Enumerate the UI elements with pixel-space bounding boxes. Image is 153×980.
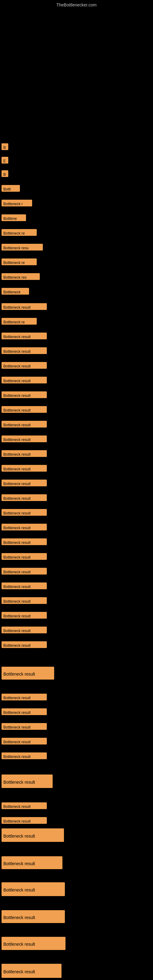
bottleneck-result-item[interactable]: Bottleneck result	[2, 436, 47, 442]
bottleneck-result-item[interactable]: Bottleneck result	[2, 597, 47, 604]
bottleneck-result-item[interactable]: Bottleneck re	[2, 258, 37, 265]
bottleneck-result-item[interactable]: Bottleneck result	[2, 553, 47, 560]
bottleneck-result-item[interactable]: Bottleneck result	[2, 494, 47, 501]
bottleneck-result-item[interactable]: Bottleneck result	[2, 964, 62, 978]
bottleneck-result-item[interactable]: Bottleneck result	[2, 406, 47, 413]
bottleneck-result-item[interactable]: Bottleneck result	[2, 391, 47, 398]
bottleneck-result-item[interactable]: Bottleneck result	[2, 509, 47, 516]
bottleneck-result-item[interactable]: Bottlene	[2, 215, 26, 221]
bottleneck-result-item[interactable]: Bottleneck result	[2, 775, 53, 788]
bottleneck-result-item[interactable]: Bottleneck result	[2, 817, 47, 824]
bottleneck-result-item[interactable]: Bottleneck re	[2, 318, 37, 325]
bottleneck-result-item[interactable]: Bottleneck result	[2, 856, 62, 869]
bottleneck-result-item[interactable]: Bottleneck result	[2, 582, 47, 589]
bottleneck-result-item[interactable]: Bottleneck result	[2, 450, 47, 457]
bottleneck-result-item[interactable]: Bottleneck result	[2, 937, 65, 950]
bottleneck-result-item[interactable]: Bottleneck resu	[2, 244, 43, 250]
bottleneck-result-item[interactable]: Bottleneck re	[2, 229, 37, 236]
bottleneck-result-item[interactable]: Bottleneck result	[2, 362, 47, 369]
bottleneck-result-item[interactable]: Bottleneck result	[2, 882, 65, 896]
bottleneck-result-item[interactable]: Bottleneck result	[2, 421, 47, 428]
bottleneck-result-item[interactable]: Bottleneck result	[2, 538, 47, 545]
bottleneck-result-item[interactable]: Bottleneck	[2, 288, 29, 294]
bottleneck-result-item[interactable]: Bottleneck result	[2, 524, 47, 530]
bottleneck-result-item[interactable]: Bottleneck result	[2, 752, 47, 759]
bottleneck-result-item[interactable]: Bottleneck result	[2, 802, 47, 809]
bottleneck-result-item[interactable]: Bottleneck result	[2, 627, 47, 633]
bottleneck-result-item[interactable]: Bottleneck result	[2, 738, 47, 745]
bottleneck-result-item[interactable]: B	[2, 170, 8, 177]
bottleneck-result-item[interactable]: Bottleneck result	[2, 829, 64, 842]
bottleneck-result-item[interactable]: Bottleneck result	[2, 708, 47, 715]
bottleneck-result-item[interactable]: Bottleneck result	[2, 347, 47, 354]
bottleneck-result-item[interactable]: Bottleneck result	[2, 465, 47, 472]
bottleneck-result-item[interactable]: Bottleneck result	[2, 910, 65, 923]
bottleneck-result-item[interactable]: Bottleneck result	[2, 377, 47, 383]
bottleneck-result-item[interactable]: Bottleneck result	[2, 641, 47, 648]
bottleneck-result-item[interactable]: Bottl	[2, 185, 20, 192]
bottleneck-result-item[interactable]: Bottleneck r	[2, 200, 32, 207]
site-title: TheBottlenecker.com	[56, 2, 97, 7]
bottleneck-result-item[interactable]: Bottleneck result	[2, 612, 47, 619]
bottleneck-result-item[interactable]: Bottleneck res	[2, 273, 40, 280]
bottleneck-result-item[interactable]: Bottleneck result	[2, 332, 47, 339]
bottleneck-result-item[interactable]: Bottleneck result	[2, 667, 54, 679]
bottleneck-result-item[interactable]: B	[2, 143, 8, 150]
bottleneck-result-item[interactable]: Bottleneck result	[2, 303, 47, 310]
bottleneck-result-item[interactable]: Bottleneck result	[2, 480, 47, 486]
bottleneck-result-item[interactable]: E	[2, 157, 8, 164]
bottleneck-result-item[interactable]: Bottleneck result	[2, 694, 47, 700]
bottleneck-result-item[interactable]: Bottleneck result	[2, 723, 47, 730]
bottleneck-result-item[interactable]: Bottleneck result	[2, 568, 47, 574]
